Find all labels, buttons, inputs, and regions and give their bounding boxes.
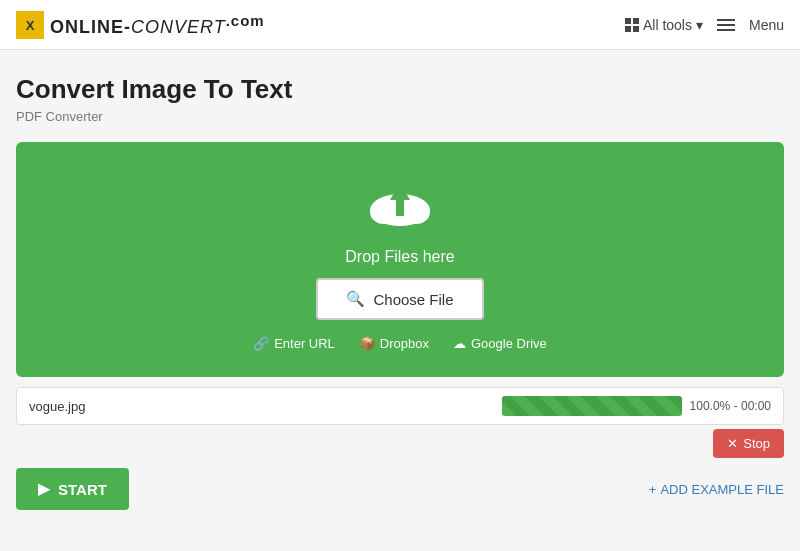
upload-cloud-icon <box>360 172 440 232</box>
logo-area: X ONLINE-CONVERT.com <box>16 11 265 39</box>
add-example-label: ADD EXAMPLE FILE <box>660 482 784 497</box>
file-row: vogue.jpg 100.0% - 00:00 <box>16 387 784 425</box>
logo-com: .com <box>226 12 265 29</box>
logo-text: ONLINE-CONVERT.com <box>50 12 265 38</box>
progress-bar-fill <box>502 396 682 416</box>
progress-area: 100.0% - 00:00 <box>502 396 771 416</box>
bottom-row: ▶ START + ADD EXAMPLE FILE <box>16 468 784 510</box>
progress-bar <box>502 396 682 416</box>
times-icon: ✕ <box>727 436 738 451</box>
play-icon: ▶ <box>38 480 50 498</box>
add-example-link[interactable]: + ADD EXAMPLE FILE <box>649 482 784 497</box>
link-row: 🔗 Enter URL 📦 Dropbox ☁ Google Drive <box>253 336 547 351</box>
svg-text:X: X <box>26 18 35 33</box>
start-label: START <box>58 481 107 498</box>
google-drive-link[interactable]: ☁ Google Drive <box>453 336 547 351</box>
page-title: Convert Image To Text <box>16 74 784 105</box>
google-drive-icon: ☁ <box>453 336 466 351</box>
drop-files-text: Drop Files here <box>345 248 454 266</box>
start-button[interactable]: ▶ START <box>16 468 129 510</box>
stop-row: ✕ Stop <box>16 429 784 458</box>
grid-icon <box>625 18 639 32</box>
main-content: Convert Image To Text PDF Converter Drop… <box>0 50 800 526</box>
enter-url-label: Enter URL <box>274 336 335 351</box>
stop-button[interactable]: ✕ Stop <box>713 429 784 458</box>
nav-area: All tools ▾ Menu <box>625 17 784 33</box>
drop-zone[interactable]: Drop Files here 🔍 Choose File 🔗 Enter UR… <box>16 142 784 377</box>
choose-file-label: Choose File <box>373 291 453 308</box>
header: X ONLINE-CONVERT.com All tools ▾ Menu <box>0 0 800 50</box>
dropbox-label: Dropbox <box>380 336 429 351</box>
google-drive-label: Google Drive <box>471 336 547 351</box>
hamburger-icon[interactable] <box>717 19 735 31</box>
plus-icon: + <box>649 482 657 497</box>
logo-icon: X <box>16 11 44 39</box>
dropbox-icon: 📦 <box>359 336 375 351</box>
choose-file-button[interactable]: 🔍 Choose File <box>316 278 483 320</box>
all-tools-button[interactable]: All tools ▾ <box>625 17 703 33</box>
page-subtitle: PDF Converter <box>16 109 784 124</box>
link-icon: 🔗 <box>253 336 269 351</box>
search-icon: 🔍 <box>346 290 365 308</box>
chevron-down-icon: ▾ <box>696 17 703 33</box>
file-name: vogue.jpg <box>29 399 85 414</box>
stop-label: Stop <box>743 436 770 451</box>
menu-label[interactable]: Menu <box>749 17 784 33</box>
enter-url-link[interactable]: 🔗 Enter URL <box>253 336 335 351</box>
progress-text: 100.0% - 00:00 <box>690 399 771 413</box>
all-tools-label: All tools <box>643 17 692 33</box>
dropbox-link[interactable]: 📦 Dropbox <box>359 336 429 351</box>
